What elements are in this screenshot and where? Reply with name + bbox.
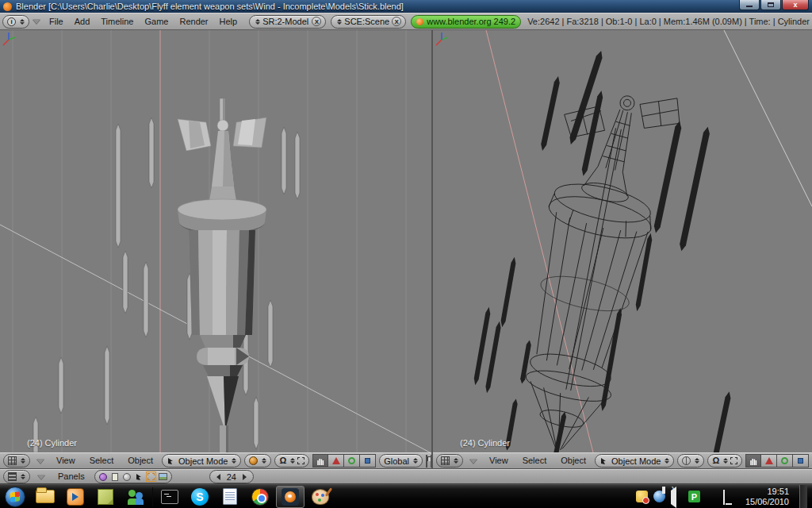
close-button[interactable]: x [782, 0, 809, 10]
viewport-type-button[interactable] [436, 454, 463, 468]
minimize-icon [746, 6, 753, 7]
maximize-button[interactable] [760, 0, 781, 10]
viewport-3d-solid[interactable]: (24) Cylinder [0, 30, 431, 452]
panels-menu[interactable]: Panels [52, 468, 90, 485]
hand-icon [749, 456, 758, 466]
window-type-button[interactable]: i [2, 15, 29, 29]
pivot-snap-group[interactable]: Ω [274, 454, 309, 468]
layer-buttons-group2[interactable] [431, 455, 431, 468]
layer-buttons-group1[interactable] [426, 455, 427, 468]
menu-help[interactable]: Help [214, 13, 243, 30]
pivot-snap-group[interactable]: Ω [707, 454, 742, 468]
viewport-shading-dropdown[interactable] [677, 454, 704, 468]
manipulator-hand-button[interactable] [745, 454, 761, 468]
shading-solid-icon [249, 456, 258, 465]
shading-context-button[interactable] [122, 471, 132, 482]
tray-security-icon[interactable] [636, 491, 648, 502]
taskbar-explorer-button[interactable] [31, 486, 59, 508]
editing-context-button[interactable] [146, 471, 156, 482]
menu-object[interactable]: Object [122, 452, 159, 469]
taskbar-notepad-button[interactable] [216, 486, 244, 508]
frame-number-widget[interactable]: 24 [209, 470, 254, 483]
menu-select[interactable]: Select [84, 452, 120, 469]
taskbar-paint-button[interactable] [306, 486, 335, 508]
rotate-icon [781, 457, 788, 464]
window-type-button[interactable] [3, 470, 30, 483]
workspace: (24) Cylinder [0, 30, 812, 452]
scene-selector[interactable]: SCE:Scene X [331, 15, 406, 29]
menu-game[interactable]: Game [139, 13, 174, 30]
editing-icon [147, 473, 155, 480]
frame-next-icon[interactable] [243, 474, 247, 480]
taskbar-chrome-button[interactable] [246, 486, 274, 508]
manipulator-translate-button[interactable] [761, 454, 777, 468]
messenger-icon [127, 489, 144, 505]
taskbar-blender-button[interactable] [276, 486, 304, 508]
viewport-3d-wireframe[interactable]: (24) Cylinder [433, 30, 812, 452]
viewport-type-stepper [21, 458, 25, 464]
taskbar-sticky-notes-button[interactable] [91, 486, 120, 508]
taskbar-command-prompt-button[interactable] [155, 486, 184, 508]
orientation-dropdown[interactable]: Global [379, 454, 423, 468]
screen: Blender [C:\Users\Charlie\Desktop\Flyff … [0, 0, 812, 508]
mode-stepper [232, 458, 236, 464]
snap-icon[interactable] [297, 457, 304, 464]
scale-icon [798, 458, 803, 464]
buttons-window-header: Panels 24 [0, 469, 812, 484]
tray-volume-icon[interactable] [671, 487, 676, 508]
manipulator-scale-button[interactable] [793, 454, 809, 468]
active-object-label: (24) Cylinder [27, 438, 77, 448]
menu-select[interactable]: Select [517, 452, 553, 469]
clock-date: 15/06/2010 [745, 497, 789, 507]
pivot-stepper [723, 458, 728, 464]
mode-dropdown[interactable]: Object Mode [162, 454, 241, 468]
snap-icon[interactable] [730, 457, 737, 464]
manipulator-hand-button[interactable] [312, 454, 328, 468]
translate-icon [765, 457, 773, 464]
taskbar-media-player-button[interactable] [61, 486, 90, 508]
header-collapse-icon[interactable] [33, 19, 40, 24]
screen-selector[interactable]: SR:2-Model X [249, 15, 326, 29]
header-collapse-icon[interactable] [469, 459, 477, 464]
menu-timeline[interactable]: Timeline [95, 13, 139, 30]
scene-selector-close-icon[interactable]: X [392, 17, 401, 26]
scene-context-button[interactable] [158, 471, 168, 482]
manipulator-translate-button[interactable] [328, 454, 344, 468]
frame-prev-icon[interactable] [216, 474, 220, 480]
axis-gizmo-icon [433, 30, 450, 48]
3d-view-icon [441, 456, 450, 465]
header-collapse-icon[interactable] [36, 459, 44, 464]
scene-selector-stepper [337, 19, 342, 25]
start-button[interactable] [1, 486, 29, 508]
tray-program-icon[interactable]: P [688, 491, 700, 502]
taskbar-clock[interactable]: 19:51 15/06/2010 [741, 487, 794, 507]
menu-object[interactable]: Object [555, 452, 592, 469]
manipulator-buttons [745, 454, 809, 468]
mode-dropdown-value: Object Mode [611, 456, 661, 466]
frame-number-value: 24 [227, 472, 236, 482]
axis-gizmo-icon [0, 30, 17, 48]
viewport-type-button[interactable] [3, 454, 30, 468]
blender-org-button[interactable]: www.blender.org 249.2 [411, 15, 521, 29]
manipulator-scale-button[interactable] [360, 454, 376, 468]
screen-selector-close-icon[interactable]: X [312, 17, 321, 26]
object-context-button[interactable] [134, 471, 144, 482]
header-collapse-icon[interactable] [37, 475, 45, 479]
close-icon: x [793, 2, 797, 9]
taskbar-messenger-button[interactable] [121, 486, 150, 508]
menu-view[interactable]: View [484, 452, 514, 469]
tray-network-icon[interactable] [723, 490, 725, 505]
script-context-button[interactable] [110, 471, 121, 482]
logic-context-button[interactable] [98, 471, 109, 482]
viewport-shading-dropdown[interactable] [244, 454, 271, 468]
menu-file[interactable]: File [44, 13, 69, 30]
menu-render[interactable]: Render [174, 13, 213, 30]
menu-view[interactable]: View [51, 452, 81, 469]
show-desktop-button[interactable] [799, 485, 807, 508]
mode-dropdown[interactable]: Object Mode [595, 454, 674, 468]
menu-add[interactable]: Add [69, 13, 96, 30]
minimize-button[interactable] [739, 0, 760, 10]
manipulator-rotate-button[interactable] [344, 454, 360, 468]
taskbar-skype-button[interactable]: S [186, 486, 214, 508]
manipulator-rotate-button[interactable] [777, 454, 793, 468]
